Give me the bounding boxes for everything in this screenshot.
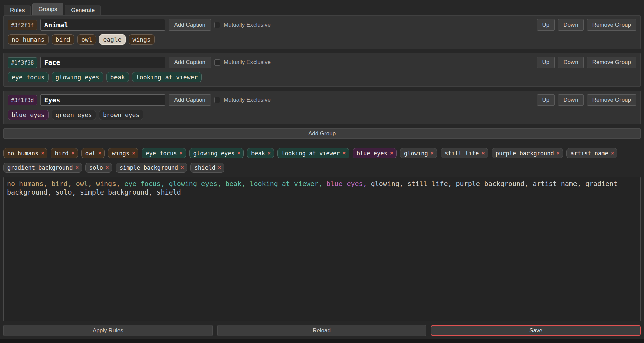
move-down-button[interactable]: Down xyxy=(558,94,583,106)
caption-tag-chip[interactable]: bird× xyxy=(51,148,78,158)
caption-tag-label: no humans xyxy=(7,150,38,157)
caption-tag-chip[interactable]: purple background× xyxy=(492,148,563,158)
caption-tag-chip[interactable]: blue eyes× xyxy=(353,148,397,158)
caption-tag-label: owl xyxy=(85,150,96,157)
group-color-swatch[interactable]: #3f1f3d xyxy=(8,95,37,105)
caption-tag-label: still life xyxy=(445,150,479,157)
caption-tag-chip[interactable]: gradient background× xyxy=(3,163,82,173)
move-up-button[interactable]: Up xyxy=(537,94,555,106)
group-tag[interactable]: blue eyes xyxy=(8,110,49,120)
remove-tag-icon[interactable]: × xyxy=(181,165,184,170)
group-name-input[interactable] xyxy=(40,57,165,68)
group-tag[interactable]: looking at viewer xyxy=(132,72,202,82)
tab-groups[interactable]: Groups xyxy=(32,3,63,15)
caption-tag-chip[interactable]: wings× xyxy=(108,148,139,158)
remove-tag-icon[interactable]: × xyxy=(268,151,271,156)
caption-tag-chip[interactable]: owl× xyxy=(81,148,105,158)
group-panel-animal: #3f2f1fAdd CaptionMutually ExclusiveUpDo… xyxy=(3,15,641,49)
caption-tag-chip[interactable]: eye focus× xyxy=(142,148,186,158)
group-header: #3f1f3dAdd CaptionMutually ExclusiveUpDo… xyxy=(8,94,636,106)
group-tag-row: blue eyesgreen eyesbrown eyes xyxy=(8,110,636,120)
caption-textarea[interactable]: no humans, bird, owl, wings, eye focus, … xyxy=(3,177,641,321)
group-name-input[interactable] xyxy=(40,94,165,106)
caption-tag-chip[interactable]: looking at viewer× xyxy=(277,148,349,158)
remove-tag-icon[interactable]: × xyxy=(41,151,44,156)
mutually-exclusive-label: Mutually Exclusive xyxy=(224,22,271,28)
remove-tag-icon[interactable]: × xyxy=(71,151,74,156)
caption-tag-label: eye focus xyxy=(146,150,177,157)
reload-button[interactable]: Reload xyxy=(217,325,426,336)
group-color-swatch[interactable]: #3f2f1f xyxy=(8,20,37,30)
remove-tag-icon[interactable]: × xyxy=(611,151,614,156)
move-up-button[interactable]: Up xyxy=(537,57,555,68)
caption-tag-label: glowing eyes xyxy=(193,150,235,157)
move-down-button[interactable]: Down xyxy=(558,19,583,31)
groups-page: #3f2f1fAdd CaptionMutually ExclusiveUpDo… xyxy=(0,15,644,336)
group-name-input[interactable] xyxy=(40,19,165,31)
group-tag-row: eye focusglowing eyesbeaklooking at view… xyxy=(8,72,636,82)
move-up-button[interactable]: Up xyxy=(537,19,555,31)
remove-tag-icon[interactable]: × xyxy=(431,151,434,156)
caption-tag-chip[interactable]: glowing× xyxy=(400,148,437,158)
group-color-swatch[interactable]: #1f3f38 xyxy=(8,57,37,68)
apply-rules-button[interactable]: Apply Rules xyxy=(3,325,213,336)
caption-tag-chip[interactable]: still life× xyxy=(441,148,488,158)
group-tag[interactable]: eye focus xyxy=(8,72,49,82)
remove-tag-icon[interactable]: × xyxy=(179,151,182,156)
caption-segment: eye focus, glowing eyes, beak, looking a… xyxy=(124,180,326,188)
add-caption-button[interactable]: Add Caption xyxy=(169,19,211,31)
group-tag[interactable]: brown eyes xyxy=(99,110,143,120)
tab-rules[interactable]: Rules xyxy=(4,5,31,15)
caption-tag-chip[interactable]: solo× xyxy=(85,163,112,173)
add-caption-button[interactable]: Add Caption xyxy=(169,57,211,68)
mutually-exclusive-checkbox[interactable] xyxy=(214,59,220,66)
remove-tag-icon[interactable]: × xyxy=(75,165,78,170)
caption-segment: blue eyes, xyxy=(326,180,371,188)
remove-tag-icon[interactable]: × xyxy=(557,151,560,156)
caption-tag-chip[interactable]: glowing eyes× xyxy=(189,148,244,158)
mutually-exclusive-label: Mutually Exclusive xyxy=(224,97,271,103)
caption-tag-label: beak xyxy=(251,150,265,157)
mutually-exclusive-checkbox[interactable] xyxy=(214,22,220,28)
caption-tag-label: artist name xyxy=(570,150,608,157)
remove-tag-icon[interactable]: × xyxy=(481,151,485,156)
group-tag[interactable]: bird xyxy=(52,34,74,45)
caption-tag-chip[interactable]: artist name× xyxy=(566,148,617,158)
group-tag[interactable]: eagle xyxy=(99,34,125,45)
caption-tag-label: simple background xyxy=(120,164,178,171)
caption-tag-label: purple background xyxy=(496,150,554,157)
caption-tag-chip[interactable]: shield× xyxy=(190,163,224,173)
add-caption-button[interactable]: Add Caption xyxy=(169,94,211,106)
group-tag[interactable]: owl xyxy=(77,34,96,45)
caption-tag-chip[interactable]: no humans× xyxy=(3,148,47,158)
remove-tag-icon[interactable]: × xyxy=(342,151,346,156)
remove-tag-icon[interactable]: × xyxy=(106,165,109,170)
remove-tag-icon[interactable]: × xyxy=(132,151,135,156)
group-tag[interactable]: no humans xyxy=(8,34,49,45)
remove-group-button[interactable]: Remove Group xyxy=(587,94,636,106)
remove-tag-icon[interactable]: × xyxy=(218,165,221,170)
caption-tag-chip[interactable]: simple background× xyxy=(116,163,187,173)
mutually-exclusive-checkbox[interactable] xyxy=(214,97,220,103)
save-button[interactable]: Save xyxy=(431,325,641,336)
group-tag[interactable]: glowing eyes xyxy=(52,72,103,82)
group-header: #3f2f1fAdd CaptionMutually ExclusiveUpDo… xyxy=(8,19,636,31)
tab-bar: RulesGroupsGenerate xyxy=(0,0,644,15)
caption-tag-label: glowing xyxy=(404,150,428,157)
add-group-button[interactable]: Add Group xyxy=(3,128,641,139)
tab-generate[interactable]: Generate xyxy=(65,5,101,15)
remove-tag-icon[interactable]: × xyxy=(237,151,240,156)
group-tag[interactable]: green eyes xyxy=(52,110,96,120)
caption-tag-label: solo xyxy=(89,164,103,171)
remove-tag-icon[interactable]: × xyxy=(98,151,101,156)
caption-tag-chip[interactable]: beak× xyxy=(247,148,274,158)
caption-tag-label: shield xyxy=(194,164,215,171)
caption-tag-label: wings xyxy=(112,150,129,157)
groups-list: #3f2f1fAdd CaptionMutually ExclusiveUpDo… xyxy=(3,15,641,128)
remove-group-button[interactable]: Remove Group xyxy=(587,19,636,31)
group-tag[interactable]: wings xyxy=(129,34,155,45)
group-tag[interactable]: beak xyxy=(106,72,129,82)
remove-tag-icon[interactable]: × xyxy=(390,151,393,156)
remove-group-button[interactable]: Remove Group xyxy=(587,57,636,68)
move-down-button[interactable]: Down xyxy=(558,57,583,68)
